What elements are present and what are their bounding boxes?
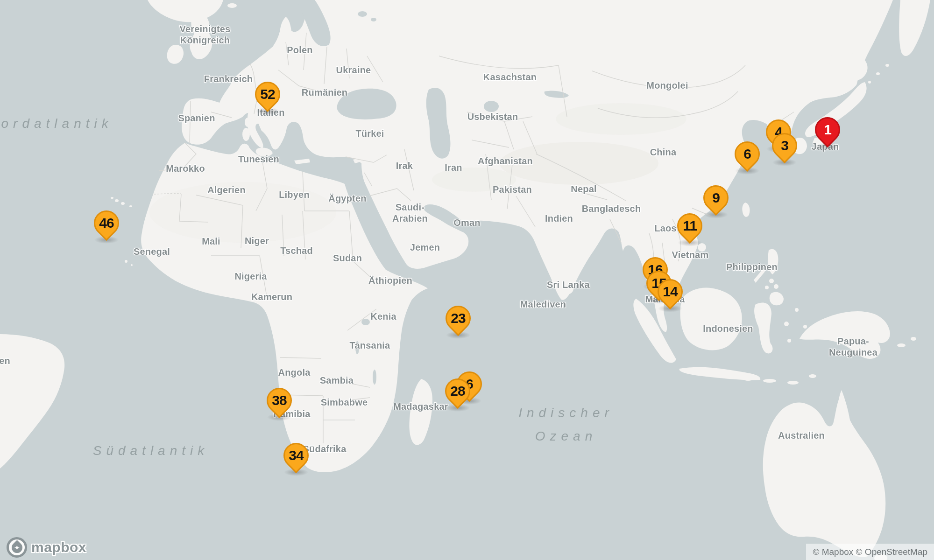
- pin-count: 52: [256, 83, 279, 105]
- attribution-link[interactable]: © Mapbox © OpenStreetMap: [806, 544, 934, 560]
- pin-count: 46: [95, 212, 118, 234]
- mapbox-wordmark: mapbox: [31, 539, 86, 555]
- pin-count: 11: [679, 215, 701, 237]
- mapbox-logo[interactable]: ✦ mapbox: [7, 537, 86, 558]
- pin-count: 3: [773, 134, 796, 157]
- markers-layer: 16151443619116285246233834: [0, 0, 934, 560]
- map-pin-1[interactable]: 1: [810, 112, 845, 147]
- pin-count: 23: [447, 307, 469, 329]
- pin-count: 34: [285, 444, 307, 467]
- map-pin-46[interactable]: 46: [89, 205, 124, 241]
- star-icon: ✦: [14, 544, 20, 551]
- map-pin-6[interactable]: 6: [729, 136, 765, 172]
- map-pin-11[interactable]: 11: [672, 208, 708, 244]
- map-pin-23[interactable]: 23: [440, 301, 476, 336]
- pin-count: 28: [446, 380, 469, 402]
- pin-count: 6: [736, 143, 758, 165]
- map-pin-38[interactable]: 38: [262, 383, 297, 418]
- pin-count: 1: [816, 119, 839, 141]
- pin-count: 14: [659, 280, 681, 303]
- pin-count: 9: [705, 187, 727, 209]
- map-canvas[interactable]: Vereinigtes KönigreichPolenUkraineFrankr…: [0, 0, 934, 560]
- map-pin-34[interactable]: 34: [278, 438, 314, 473]
- map-pin-9[interactable]: 9: [698, 180, 734, 216]
- pin-count: 38: [268, 389, 290, 412]
- mapbox-logo-icon: ✦: [7, 537, 27, 558]
- map-pin-52[interactable]: 52: [250, 77, 285, 112]
